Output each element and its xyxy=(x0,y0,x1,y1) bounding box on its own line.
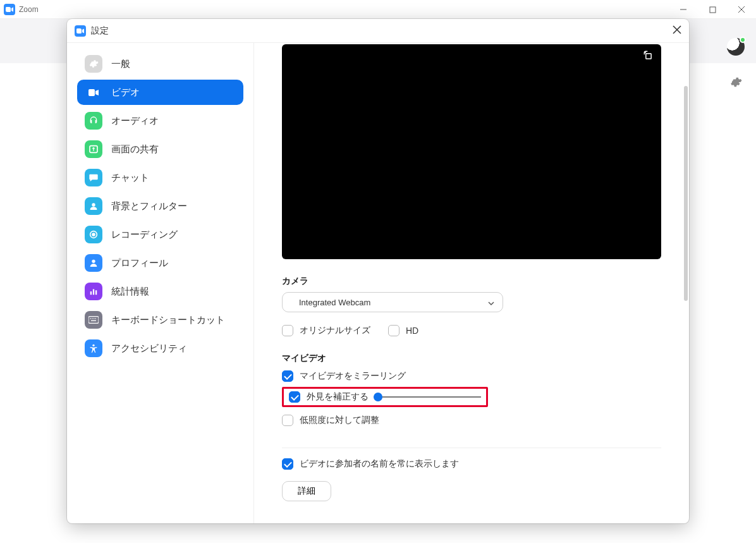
myvideo-section-label: マイビデオ xyxy=(282,353,674,364)
close-button[interactable] xyxy=(727,0,756,19)
sidebar-item-chat[interactable]: チャット xyxy=(77,165,243,190)
sidebar-item-label: レコーディング xyxy=(111,229,178,241)
hd-checkbox[interactable] xyxy=(388,325,399,336)
sidebar-item-label: 一般 xyxy=(111,58,130,70)
settings-sidebar: 一般ビデオオーディオ画面の共有チャット背景とフィルターレコーディングプロフィール… xyxy=(67,43,254,523)
sidebar-item-label: 画面の共有 xyxy=(111,143,159,156)
scrollbar[interactable] xyxy=(684,86,688,301)
sidebar-item-label: 統計情報 xyxy=(111,286,149,298)
sidebar-item-share[interactable]: 画面の共有 xyxy=(77,137,243,162)
minimize-button[interactable] xyxy=(669,0,698,19)
svg-rect-16 xyxy=(90,318,91,319)
settings-gear-button[interactable] xyxy=(729,76,742,91)
avatar[interactable] xyxy=(727,38,745,56)
sidebar-item-record[interactable]: レコーディング xyxy=(77,222,243,247)
show-names-label: ビデオに参加者の名前を常に表示します xyxy=(300,458,459,470)
zoom-main-window: Zoom 設定 一般ビデオオーディオ画面の共有チャット背景とフィルターレコーディ… xyxy=(0,0,756,543)
sidebar-item-keyboard[interactable]: キーボードショートカット xyxy=(77,307,243,333)
settings-dialog: 設定 一般ビデオオーディオ画面の共有チャット背景とフィルターレコーディングプロフ… xyxy=(67,19,689,523)
sidebar-item-label: キーボードショートカット xyxy=(111,314,225,326)
main-titlebar: Zoom xyxy=(0,0,756,19)
camera-select[interactable]: Integrated Webcam xyxy=(282,292,503,312)
sidebar-item-label: チャット xyxy=(111,172,149,184)
audio-icon xyxy=(85,112,102,130)
keyboard-icon xyxy=(85,311,102,329)
svg-rect-1 xyxy=(710,7,716,13)
dialog-close-button[interactable] xyxy=(671,24,683,38)
window-controls xyxy=(669,0,756,19)
svg-rect-20 xyxy=(91,320,96,321)
svg-rect-14 xyxy=(95,290,97,295)
mirror-checkbox[interactable] xyxy=(282,370,293,382)
sidebar-item-label: プロフィール xyxy=(111,257,168,269)
svg-rect-12 xyxy=(90,291,92,295)
sidebar-item-label: オーディオ xyxy=(111,115,159,127)
svg-point-10 xyxy=(92,233,95,236)
divider xyxy=(282,448,661,448)
svg-rect-13 xyxy=(93,290,94,295)
chevron-down-icon xyxy=(487,298,495,310)
gear-icon xyxy=(85,55,102,73)
camera-selected-value: Integrated Webcam xyxy=(299,298,370,307)
dialog-title: 設定 xyxy=(91,25,109,37)
show-names-checkbox[interactable] xyxy=(282,458,293,470)
svg-rect-18 xyxy=(94,318,94,319)
original-size-checkbox[interactable] xyxy=(282,325,293,336)
details-button[interactable]: 詳細 xyxy=(282,481,331,501)
share-icon xyxy=(85,140,102,158)
sidebar-item-label: アクセシビリティ xyxy=(111,343,187,355)
svg-point-21 xyxy=(92,345,94,346)
video-preview xyxy=(282,44,661,259)
appearance-label: 外見を補正する xyxy=(307,391,369,403)
svg-rect-17 xyxy=(92,318,92,319)
svg-point-8 xyxy=(92,203,95,206)
original-size-label: オリジナルサイズ xyxy=(300,325,370,336)
a11y-icon xyxy=(85,339,102,357)
sidebar-item-a11y[interactable]: アクセシビリティ xyxy=(77,336,243,361)
hd-label: HD xyxy=(406,326,418,336)
lowlight-checkbox[interactable] xyxy=(282,415,293,426)
sidebar-item-bg[interactable]: 背景とフィルター xyxy=(77,193,243,219)
main-window-title: Zoom xyxy=(19,5,39,14)
sidebar-item-profile[interactable]: プロフィール xyxy=(77,250,243,276)
chat-icon xyxy=(85,169,102,186)
appearance-slider[interactable] xyxy=(374,392,481,402)
zoom-icon xyxy=(75,25,86,37)
sidebar-item-stats[interactable]: 統計情報 xyxy=(77,279,243,304)
appearance-highlight: 外見を補正する xyxy=(282,387,488,407)
svg-rect-22 xyxy=(646,54,651,59)
maximize-button[interactable] xyxy=(698,0,727,19)
svg-rect-6 xyxy=(88,89,95,96)
svg-rect-19 xyxy=(95,318,96,319)
sidebar-item-label: ビデオ xyxy=(111,87,140,99)
svg-rect-15 xyxy=(88,317,99,324)
sidebar-item-gear[interactable]: 一般 xyxy=(77,51,243,76)
video-icon xyxy=(85,83,102,101)
sidebar-item-video[interactable]: ビデオ xyxy=(77,80,243,105)
camera-section-label: カメラ xyxy=(282,276,674,287)
zoom-icon xyxy=(4,4,15,15)
video-settings-panel: カメラ Integrated Webcam オリジナルサイズ HD xyxy=(254,43,689,523)
status-online-icon xyxy=(740,37,746,43)
dialog-header: 設定 xyxy=(67,19,689,43)
profile-icon xyxy=(85,254,102,272)
svg-point-11 xyxy=(92,260,95,263)
rotate-camera-icon[interactable] xyxy=(642,49,655,64)
bg-icon xyxy=(85,197,102,215)
record-icon xyxy=(85,226,102,243)
stats-icon xyxy=(85,283,102,300)
lowlight-label: 低照度に対して調整 xyxy=(300,415,379,426)
sidebar-item-label: 背景とフィルター xyxy=(111,200,187,212)
appearance-checkbox[interactable] xyxy=(289,391,300,403)
sidebar-item-audio[interactable]: オーディオ xyxy=(77,108,243,133)
mirror-label: マイビデオをミラーリング xyxy=(300,370,406,382)
